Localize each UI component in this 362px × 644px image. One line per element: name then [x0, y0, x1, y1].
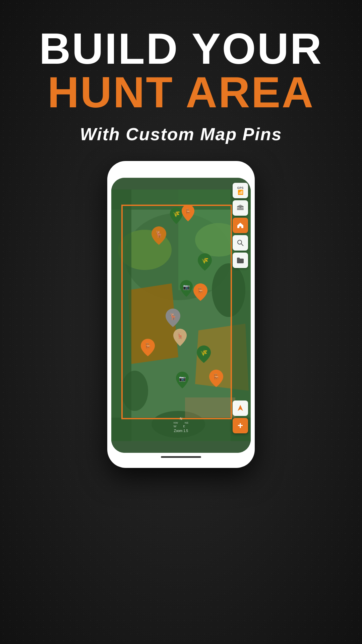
page-container: BUILD YOUR HUNT AREA With Custom Map Pin… [0, 0, 362, 644]
navigate-arrow-button[interactable] [233, 400, 248, 416]
folder-button[interactable] [233, 253, 248, 268]
headline-build: BUILD YOUR [39, 27, 323, 70]
home-indicator [161, 456, 201, 458]
property-button[interactable] [233, 218, 248, 233]
svg-rect-28 [237, 208, 244, 209]
layers-button[interactable] [233, 200, 248, 216]
map-pin-7[interactable]: 🦌 [166, 309, 180, 328]
svg-text:🦌: 🦌 [155, 230, 163, 238]
map-pin-11[interactable]: 📷 [176, 372, 189, 390]
map-pin-9[interactable]: 🪑 [141, 339, 155, 358]
svg-text:🦌: 🦌 [176, 332, 184, 339]
map-pin-5[interactable]: 📷 [180, 280, 193, 298]
svg-text:🪑: 🪑 [185, 208, 191, 215]
svg-text:🪑: 🪑 [213, 373, 220, 381]
phone-outer: 🌾 🪑 🦌 [107, 161, 255, 468]
phone-notch-area [111, 166, 251, 176]
map-pin-10[interactable]: 🌾 [197, 345, 211, 364]
phone-screen: 🌾 🪑 🦌 [111, 178, 251, 453]
svg-text:🌾: 🌾 [200, 349, 208, 357]
svg-text:📷: 📷 [183, 284, 190, 290]
phone-notch [161, 168, 201, 174]
svg-rect-9 [111, 190, 251, 210]
gps-button[interactable]: GPS 📶 [233, 183, 248, 198]
svg-point-11 [212, 263, 245, 317]
map-compass: N NWNE WE Zoom 1.5 [174, 417, 188, 433]
map-pin-3[interactable]: 🦌 [152, 226, 166, 246]
svg-marker-30 [237, 205, 244, 208]
svg-text:🪑: 🪑 [197, 287, 204, 294]
svg-rect-14 [185, 397, 235, 418]
phone-mockup: 🌾 🪑 🦌 [107, 161, 255, 468]
map-pin-2[interactable]: 🪑 [182, 205, 194, 223]
map-pin-8[interactable]: 🦌 [173, 329, 187, 347]
zoom-label: Zoom 1.5 [174, 429, 188, 433]
svg-text:🌾: 🌾 [173, 210, 180, 218]
add-pin-button[interactable]: + [233, 418, 248, 433]
svg-text:🌾: 🌾 [201, 257, 209, 264]
map-pin-12[interactable]: 🪑 [209, 370, 223, 388]
svg-text:🦌: 🦌 [169, 312, 177, 320]
svg-marker-33 [238, 405, 243, 411]
svg-point-31 [238, 240, 242, 244]
map-area: 🌾 🪑 🦌 [111, 178, 251, 453]
map-sidebar: GPS 📶 [233, 183, 248, 268]
svg-rect-29 [237, 209, 244, 210]
map-pin-4[interactable]: 🌾 [198, 253, 212, 272]
svg-point-12 [121, 371, 148, 411]
headline-hunt-area: HUNT AREA [48, 70, 315, 114]
map-pin-6[interactable]: 🪑 [193, 283, 207, 302]
subtitle: With Custom Map Pins [80, 124, 282, 144]
svg-text:🪑: 🪑 [144, 342, 152, 350]
svg-line-32 [241, 244, 243, 246]
map-pin-1[interactable]: 🌾 [170, 207, 183, 225]
search-button[interactable] [233, 235, 248, 251]
svg-text:📷: 📷 [179, 375, 186, 382]
